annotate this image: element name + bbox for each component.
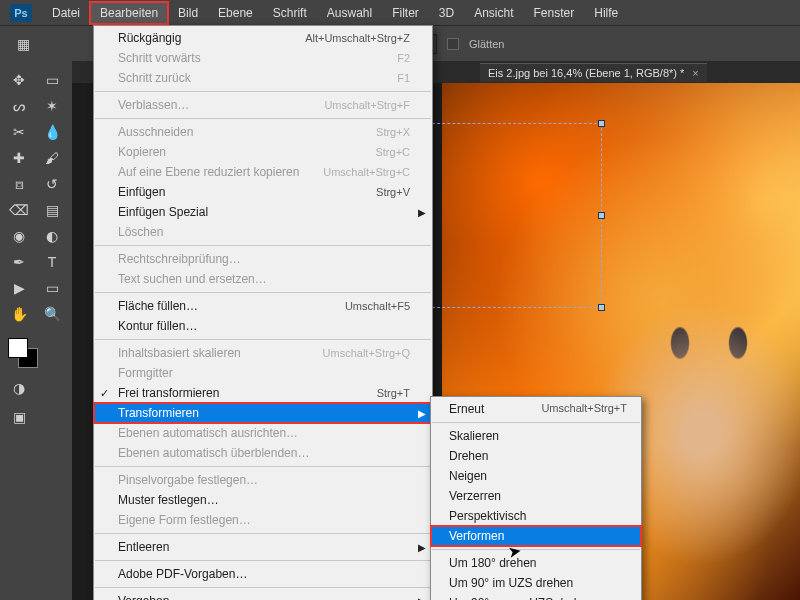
- history-brush-tool[interactable]: ↺: [37, 171, 67, 197]
- foreground-color-swatch[interactable]: [8, 338, 28, 358]
- menu-item-formgitter: Formgitter: [94, 363, 432, 383]
- menu-item-muster-festlegen[interactable]: Muster festlegen…: [94, 490, 432, 510]
- menu-separator: [95, 245, 431, 246]
- brush-tool[interactable]: 🖌: [37, 145, 67, 171]
- chevron-right-icon: ▶: [418, 596, 426, 601]
- menu-3d[interactable]: 3D: [429, 2, 464, 24]
- menu-item-text-suchen-und-ersetzen: Text suchen und ersetzen…: [94, 269, 432, 289]
- submenu-item-um-90-im-uzs-drehen[interactable]: Um 90° im UZS drehen: [431, 573, 641, 593]
- menu-separator: [95, 292, 431, 293]
- menu-item-einf-gen-spezial[interactable]: Einfügen Spezial▶: [94, 202, 432, 222]
- menu-separator: [95, 533, 431, 534]
- pen-tool[interactable]: ✒: [4, 249, 34, 275]
- menu-item-rechtschreibpr-fung: Rechtschreibprüfung…: [94, 249, 432, 269]
- menu-schrift[interactable]: Schrift: [263, 2, 317, 24]
- menu-item-eigene-form-festlegen: Eigene Form festlegen…: [94, 510, 432, 530]
- blur-tool[interactable]: ◉: [4, 223, 34, 249]
- submenu-item-verformen[interactable]: Verformen: [431, 526, 641, 546]
- path-sel-tool[interactable]: ▶: [4, 275, 34, 301]
- smooth-label: Glätten: [469, 38, 504, 50]
- tool-panel: ✥▭ᔕ✶✂💧✚🖌⧈↺⌫▤◉◐✒T▶▭✋🔍 ◑ ▣: [0, 61, 72, 600]
- menu-separator: [432, 422, 640, 423]
- submenu-item-skalieren[interactable]: Skalieren: [431, 426, 641, 446]
- screenmode-button[interactable]: ▣: [4, 404, 34, 430]
- submenu-item-um-180-drehen[interactable]: Um 180° drehen: [431, 553, 641, 573]
- app-icon: Ps: [10, 4, 32, 22]
- menu-separator: [95, 560, 431, 561]
- close-icon[interactable]: ×: [692, 67, 698, 79]
- menu-fenster[interactable]: Fenster: [524, 2, 585, 24]
- heal-tool[interactable]: ✚: [4, 145, 34, 171]
- menu-item-pinselvorgabe-festlegen: Pinselvorgabe festlegen…: [94, 470, 432, 490]
- menu-item-adobe-pdf-vorgaben[interactable]: Adobe PDF-Vorgaben…: [94, 564, 432, 584]
- menu-item-verblassen: Verblassen…Umschalt+Strg+F: [94, 95, 432, 115]
- menu-item-auf-eine-ebene-reduziert-kopieren: Auf eine Ebene reduziert kopierenUmschal…: [94, 162, 432, 182]
- stamp-tool[interactable]: ⧈: [4, 171, 34, 197]
- menu-separator: [95, 339, 431, 340]
- menu-item-schritt-vorw-rts: Schritt vorwärtsF2: [94, 48, 432, 68]
- menu-item-r-ckg-ngig[interactable]: RückgängigAlt+Umschalt+Strg+Z: [94, 28, 432, 48]
- document-tab-title: Eis 2.jpg bei 16,4% (Ebene 1, RGB/8*) *: [488, 67, 684, 79]
- menu-item-kopieren: KopierenStrg+C: [94, 142, 432, 162]
- crop-tool[interactable]: ✂: [4, 119, 34, 145]
- submenu-item-um-90-gegen-uzs-drehen[interactable]: Um 90° gegen UZS drehen: [431, 593, 641, 600]
- menu-ebene[interactable]: Ebene: [208, 2, 263, 24]
- hand-tool[interactable]: ✋: [4, 301, 34, 327]
- menu-item-l-schen: Löschen: [94, 222, 432, 242]
- transform-submenu: ErneutUmschalt+Strg+TSkalierenDrehenNeig…: [430, 396, 642, 600]
- document-tab-strip: Eis 2.jpg bei 16,4% (Ebene 1, RGB/8*) * …: [480, 61, 707, 83]
- menu-separator: [95, 91, 431, 92]
- menu-item-inhaltsbasiert-skalieren: Inhaltsbasiert skalierenUmschalt+Strg+Q: [94, 343, 432, 363]
- gradient-tool[interactable]: ▤: [37, 197, 67, 223]
- wand-tool[interactable]: ✶: [37, 93, 67, 119]
- menu-item-schritt-zur-ck: Schritt zurückF1: [94, 68, 432, 88]
- zoom-tool[interactable]: 🔍: [37, 301, 67, 327]
- transform-origin-widget[interactable]: ▦: [8, 31, 38, 57]
- dodge-tool[interactable]: ◐: [37, 223, 67, 249]
- menu-separator: [95, 587, 431, 588]
- transform-bounding-box[interactable]: [427, 123, 602, 308]
- move-tool[interactable]: ✥: [4, 67, 34, 93]
- menubar: Ps DateiBearbeitenBildEbeneSchriftAuswah…: [0, 0, 800, 25]
- smooth-checkbox[interactable]: [447, 38, 459, 50]
- menu-item-vorgaben[interactable]: Vorgaben▶: [94, 591, 432, 600]
- edit-menu-dropdown: RückgängigAlt+Umschalt+Strg+ZSchritt vor…: [93, 25, 433, 600]
- menu-separator: [432, 549, 640, 550]
- marquee-tool[interactable]: ▭: [37, 67, 67, 93]
- color-swatches[interactable]: [4, 338, 68, 372]
- lasso-tool[interactable]: ᔕ: [4, 93, 34, 119]
- menu-hilfe[interactable]: Hilfe: [584, 2, 628, 24]
- menu-ansicht[interactable]: Ansicht: [464, 2, 523, 24]
- chevron-right-icon: ▶: [418, 207, 426, 218]
- menu-auswahl[interactable]: Auswahl: [317, 2, 382, 24]
- menu-datei[interactable]: Datei: [42, 2, 90, 24]
- menu-item-fl-che-f-llen[interactable]: Fläche füllen…Umschalt+F5: [94, 296, 432, 316]
- menu-item-frei-transformieren[interactable]: ✓Frei transformierenStrg+T: [94, 383, 432, 403]
- shape-tool[interactable]: ▭: [37, 275, 67, 301]
- eyedropper-tool[interactable]: 💧: [37, 119, 67, 145]
- document-tab[interactable]: Eis 2.jpg bei 16,4% (Ebene 1, RGB/8*) * …: [480, 63, 707, 82]
- quickmask-button[interactable]: ◑: [4, 375, 34, 401]
- type-tool[interactable]: T: [37, 249, 67, 275]
- menu-bearbeiten[interactable]: Bearbeiten: [90, 2, 168, 24]
- submenu-item-erneut[interactable]: ErneutUmschalt+Strg+T: [431, 399, 641, 419]
- menu-item-transformieren[interactable]: Transformieren▶: [94, 403, 432, 423]
- submenu-item-verzerren[interactable]: Verzerren: [431, 486, 641, 506]
- menu-filter[interactable]: Filter: [382, 2, 429, 24]
- menu-item-ebenen-automatisch-berblenden: Ebenen automatisch überblenden…: [94, 443, 432, 463]
- submenu-item-neigen[interactable]: Neigen: [431, 466, 641, 486]
- menu-item-entleeren[interactable]: Entleeren▶: [94, 537, 432, 557]
- chevron-right-icon: ▶: [418, 542, 426, 553]
- menu-item-kontur-f-llen[interactable]: Kontur füllen…: [94, 316, 432, 336]
- menu-separator: [95, 118, 431, 119]
- chevron-right-icon: ▶: [418, 408, 426, 419]
- submenu-item-drehen[interactable]: Drehen: [431, 446, 641, 466]
- menu-bild[interactable]: Bild: [168, 2, 208, 24]
- eraser-tool[interactable]: ⌫: [4, 197, 34, 223]
- submenu-item-perspektivisch[interactable]: Perspektivisch: [431, 506, 641, 526]
- menu-item-einf-gen[interactable]: EinfügenStrg+V: [94, 182, 432, 202]
- menu-item-ebenen-automatisch-ausrichten: Ebenen automatisch ausrichten…: [94, 423, 432, 443]
- menu-item-ausschneiden: AusschneidenStrg+X: [94, 122, 432, 142]
- menu-separator: [95, 466, 431, 467]
